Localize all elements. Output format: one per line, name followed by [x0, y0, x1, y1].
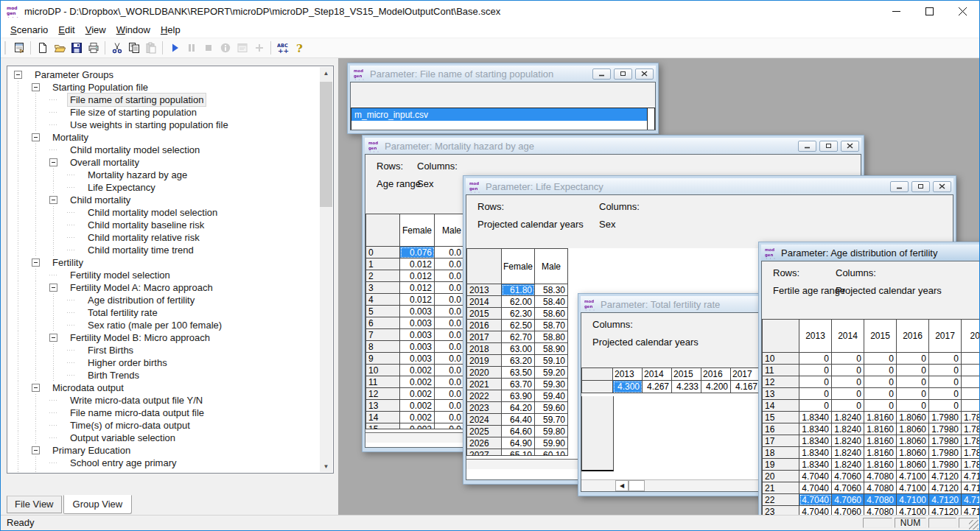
grid-cell[interactable]: 4.7080	[864, 494, 897, 506]
scrollbar-thumb[interactable]	[320, 82, 332, 207]
grid-cell[interactable]: 0	[832, 376, 864, 388]
grid-cell[interactable]: 1.8060	[897, 459, 929, 471]
scroll-up-icon[interactable]: ▲	[320, 67, 332, 79]
grid-cell[interactable]: 1.8060	[897, 435, 929, 447]
child-minimize-icon[interactable]	[592, 68, 611, 80]
grid-cell[interactable]: 1.8340	[799, 435, 832, 447]
grid-cell[interactable]: 0.003	[400, 329, 435, 341]
tree-item[interactable]: Age distribution of fertility	[8, 294, 319, 306]
file-name-list[interactable]: m_micro_input.csv	[351, 108, 655, 130]
tree-item[interactable]: Fertility Model A: Macro approach	[8, 281, 319, 294]
grid-cell[interactable]: 1.8160	[864, 459, 897, 471]
tree-collapse-icon[interactable]	[14, 71, 22, 79]
grid-cell[interactable]: 0	[799, 353, 832, 365]
grid-cell[interactable]: 1.8160	[864, 423, 897, 435]
tree-item[interactable]: Mortality	[8, 131, 319, 144]
tree-item[interactable]: Graduation age primary	[8, 469, 319, 472]
tree-item[interactable]: Birth Trends	[8, 369, 319, 381]
run-icon[interactable]	[166, 40, 183, 56]
grid-cell[interactable]: 0	[929, 376, 962, 388]
grid-cell[interactable]: 0.012	[400, 270, 435, 282]
grid-cell[interactable]: 59.30	[535, 379, 568, 390]
grid-cell[interactable]: 1.8060	[897, 423, 929, 435]
grid-cell[interactable]: 1.8340	[799, 423, 832, 435]
grid-cell[interactable]: 0.003	[400, 317, 435, 329]
grid-cell[interactable]: 59.10	[535, 355, 568, 367]
grid-cell[interactable]	[962, 376, 979, 388]
spellcheck-icon[interactable]: ABC++	[274, 40, 291, 56]
child-restore-icon[interactable]	[819, 141, 838, 152]
grid-cell[interactable]: 59.20	[535, 367, 568, 379]
grid-cell[interactable]: 60.10	[535, 449, 568, 456]
grid-cell[interactable]: 0	[864, 376, 897, 388]
copy-icon[interactable]	[125, 40, 142, 56]
child-close-icon[interactable]	[933, 181, 951, 192]
grid-cell[interactable]: 1.8240	[832, 447, 864, 459]
grid-cell[interactable]: 0	[832, 353, 864, 365]
grid-cell[interactable]: 0.002	[400, 423, 435, 429]
grid-cell[interactable]: 63.90	[502, 390, 535, 402]
grid-cell[interactable]: 4.7120	[929, 482, 962, 494]
child-minimize-icon[interactable]	[798, 141, 816, 152]
properties-icon[interactable]	[10, 40, 27, 56]
help-icon[interactable]: ?	[291, 40, 308, 56]
tree-collapse-icon[interactable]	[49, 334, 57, 342]
tree-item[interactable]: Life Expectancy	[8, 181, 319, 194]
tree-item[interactable]: File name micro-data output file	[8, 407, 319, 419]
output-icon[interactable]	[234, 40, 251, 56]
grid-cell[interactable]: 1.78	[962, 447, 979, 459]
tree-item[interactable]: Fertility model selection	[8, 269, 319, 281]
grid-cell[interactable]: 1.8340	[799, 447, 832, 459]
grid-cell[interactable]: 1.7980	[929, 447, 962, 459]
tree-item[interactable]: Sex ratio (male per 100 female)	[8, 319, 319, 331]
grid-cell[interactable]: 4.7060	[832, 482, 864, 494]
tree-collapse-icon[interactable]	[49, 158, 57, 166]
grid-cell[interactable]: 0	[864, 400, 897, 412]
grid-cell[interactable]: 0.003	[400, 341, 435, 353]
title-bar[interactable]: modgen+++ microDP - D:\Dropbox\_WORLDBAN…	[1, 1, 979, 22]
grid-cell[interactable]: 4.7080	[864, 471, 897, 482]
menu-help[interactable]: Help	[155, 23, 186, 37]
menu-view[interactable]: View	[80, 23, 111, 37]
close-icon[interactable]	[946, 1, 979, 22]
grid-cell[interactable]: 62.00	[502, 296, 535, 308]
open-icon[interactable]	[51, 40, 68, 56]
tree-item[interactable]: Child mortality baseline risk	[8, 219, 319, 231]
grid-cell[interactable]: 0	[897, 388, 929, 400]
tree-item[interactable]: Microdata output	[8, 381, 319, 394]
tree-item[interactable]: Output variable selection	[8, 432, 319, 444]
tree-item[interactable]: Child mortality time trend	[8, 244, 319, 256]
tree-item[interactable]: Child mortality model selection	[8, 206, 319, 219]
life-expectancy-table[interactable]: FemaleMale201361.8058.30201462.0058.4020…	[466, 248, 568, 456]
grid-cell[interactable]: 0.012	[400, 294, 435, 306]
new-icon[interactable]	[34, 40, 51, 56]
child-close-icon[interactable]	[841, 141, 859, 152]
grid-cell[interactable]: 4.233	[672, 381, 701, 393]
tree-collapse-icon[interactable]	[49, 196, 57, 204]
grid-cell[interactable]: 0	[897, 400, 929, 412]
grid-cell[interactable]: 0	[864, 388, 897, 400]
child-minimize-icon[interactable]	[890, 181, 909, 192]
grid-cell[interactable]: 1.8160	[864, 447, 897, 459]
grid-cell[interactable]: 64.90	[502, 437, 535, 449]
grid-cell[interactable]: 58.90	[535, 343, 568, 355]
grid-cell[interactable]: 4.71	[962, 494, 979, 506]
tree-item[interactable]: Use weights in starting population file	[8, 119, 319, 131]
tree-item[interactable]: First Births	[8, 344, 319, 356]
grid-cell[interactable]: 0	[864, 353, 897, 365]
grid-cell[interactable]: 59.90	[535, 437, 568, 449]
grid-cell[interactable]: 4.7100	[897, 494, 929, 506]
minimize-icon[interactable]	[880, 1, 913, 22]
grid-cell[interactable]: 63.50	[502, 367, 535, 379]
tree-collapse-icon[interactable]	[32, 384, 40, 392]
grid-cell[interactable]: 4.200	[701, 381, 731, 393]
grid-cell[interactable]	[962, 400, 979, 412]
toolbar-grip[interactable]	[4, 41, 8, 54]
tree-item[interactable]: Time(s) of micro-data output	[8, 419, 319, 432]
grid-cell[interactable]: 1.8340	[799, 459, 832, 471]
tree-item[interactable]: Write micro-data output file Y/N	[8, 394, 319, 407]
grid-cell[interactable]: 0	[897, 376, 929, 388]
grid-cell[interactable]: 1.78	[962, 435, 979, 447]
grid-cell[interactable]: 59.60	[535, 402, 568, 414]
grid-cell[interactable]	[962, 365, 979, 376]
